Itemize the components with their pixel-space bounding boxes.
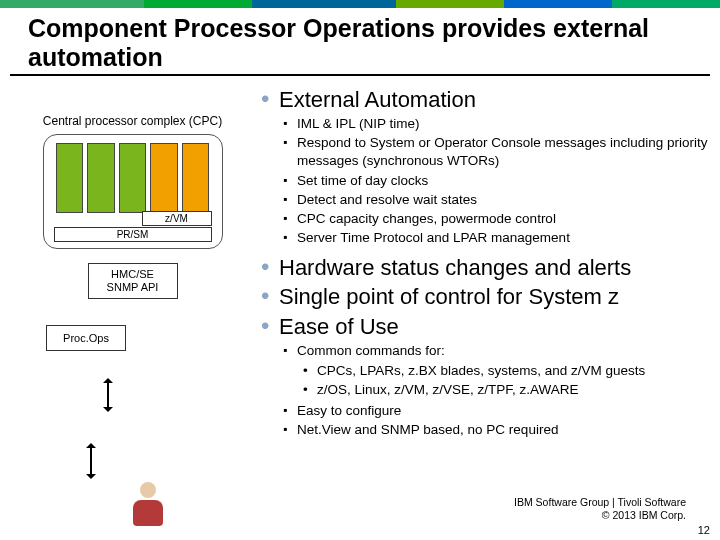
bullet-external-automation: External Automation IML & IPL (NIP time)… <box>261 86 710 248</box>
lpar-bar <box>119 143 147 213</box>
hmc-line2: SNMP API <box>91 281 175 294</box>
lpar-bar <box>150 143 178 213</box>
bullet-hardware-status: Hardware status changes and alerts <box>261 254 710 282</box>
cpc-label: Central processor complex (CPC) <box>10 114 255 128</box>
sub-bullet: Respond to System or Operator Console me… <box>279 134 710 170</box>
footer-line1: IBM Software Group | Tivoli Software <box>514 496 686 509</box>
decorative-topbar <box>0 0 720 8</box>
bullet-text: Ease of Use <box>279 314 399 339</box>
bullet-text: Single point of control for System z <box>279 284 619 309</box>
lpar-bar <box>56 143 84 213</box>
sub-bullet: Easy to configure <box>279 402 710 420</box>
bullet-single-point: Single point of control for System z <box>261 283 710 311</box>
cpc-box: z/VM PR/SM <box>43 134 223 249</box>
sub-bullet: Set time of day clocks <box>279 172 710 190</box>
connector-arrow <box>90 444 92 478</box>
zvm-label: z/VM <box>142 211 212 226</box>
lpar-bar <box>87 143 115 213</box>
subsub-bullet: z/OS, Linux, z/VM, z/VSE, z/TPF, z.AWARE <box>297 381 710 399</box>
sub-bullet: CPC capacity changes, powermode control <box>279 210 710 228</box>
slide-title: Component Processor Operations provides … <box>10 8 710 76</box>
sub-bullet: Net.View and SNMP based, no PC required <box>279 421 710 439</box>
bullet-text: External Automation <box>279 87 476 112</box>
hmc-line1: HMC/SE <box>91 268 175 281</box>
sub-bullet: Detect and resolve wait states <box>279 191 710 209</box>
sub-bullet: Common commands for: CPCs, LPARs, z.BX b… <box>279 342 710 400</box>
sub-bullet-text: Common commands for: <box>297 343 445 358</box>
footer: IBM Software Group | Tivoli Software © 2… <box>514 496 686 522</box>
lpar-bars <box>52 143 214 213</box>
bullet-ease-of-use: Ease of Use Common commands for: CPCs, L… <box>261 313 710 440</box>
prsm-label: PR/SM <box>54 227 212 242</box>
left-diagram: Central processor complex (CPC) z/VM PR/… <box>10 84 255 446</box>
page-number: 12 <box>698 524 710 536</box>
right-bullets: External Automation IML & IPL (NIP time)… <box>255 84 710 446</box>
sub-bullet: Server Time Protocol and LPAR management <box>279 229 710 247</box>
sub-bullet: IML & IPL (NIP time) <box>279 115 710 133</box>
hmc-box: HMC/SE SNMP API <box>88 263 178 299</box>
footer-line2: © 2013 IBM Corp. <box>514 509 686 522</box>
person-icon <box>128 482 168 534</box>
subsub-bullet: CPCs, LPARs, z.BX blades, systems, and z… <box>297 362 710 380</box>
lpar-bar <box>182 143 210 213</box>
bullet-text: Hardware status changes and alerts <box>279 255 631 280</box>
content-area: Central processor complex (CPC) z/VM PR/… <box>0 84 720 446</box>
connector-arrow <box>107 379 109 411</box>
procops-box: Proc.Ops <box>46 325 126 351</box>
